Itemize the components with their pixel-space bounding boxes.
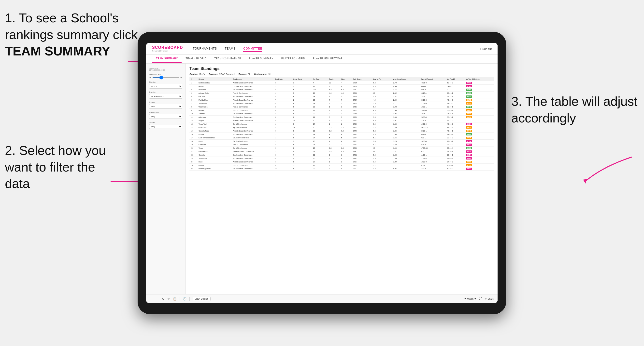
annotation-2: 2. Select how you want to filter the dat… xyxy=(5,142,123,192)
view-original-btn[interactable]: View: Original xyxy=(193,297,210,301)
table-row: 13 Texas Tech Big 12 Conference 1 9 27 2… xyxy=(190,123,494,126)
col-overall: Overall Record xyxy=(420,77,446,81)
toolbar-separator xyxy=(180,297,180,301)
table-row: 9 Arizona Pac-12 Conference 3 8 22 2 2 2… xyxy=(190,109,494,112)
division-label: Division xyxy=(149,91,182,93)
sub-nav-team-h2h-heatmap[interactable]: TEAM H2H HEATMAP xyxy=(210,55,245,63)
filter-division: Division: NCAA Division I xyxy=(208,73,235,75)
table-row: 25 Oregon Pac-12 Conference 9 7 21 0 0 2… xyxy=(190,164,494,167)
logo-area: SCOREBOARD Powered by clippi xyxy=(152,45,183,52)
toolbar-copy-icon[interactable]: 📋 xyxy=(173,297,177,301)
col-wins: Wins xyxy=(340,77,352,81)
sign-out-link[interactable]: | Sign out xyxy=(480,47,492,50)
gender-select[interactable]: Men's xyxy=(149,84,182,89)
col-school: School xyxy=(197,77,232,81)
table-row: 19 California Pac-12 Conference 4 8 24 2… xyxy=(190,143,494,147)
annotation-3-text: The table will adjust accordingly xyxy=(511,94,638,125)
col-reg-rank: Reg Rank xyxy=(274,77,292,81)
table-row: 12 Virginia Atlantic Coast Conference 8 … xyxy=(190,119,494,123)
col-vs25: Vs Top 25 xyxy=(446,77,464,81)
table-row: 18 Illinois Big Ten Conference 1 9 23 4 … xyxy=(190,140,494,143)
nav-tab-tournaments[interactable]: TOURNAMENTS xyxy=(193,46,217,52)
main-content: Update time: 27/03/2024 16:56:26 Minimum… xyxy=(146,64,498,294)
col-rank: # xyxy=(190,77,197,81)
toolbar-bookmark-icon[interactable]: ☆ xyxy=(167,297,170,301)
filter-gender: Gender: Men's xyxy=(190,73,205,75)
table-row: 4 Arizona State Pac-12 Conference 1 9 26… xyxy=(190,92,494,95)
nav-tab-teams[interactable]: TEAMS xyxy=(225,46,236,52)
filter-region: Region: All xyxy=(238,73,250,75)
table-row: 21 New Mexico Mountain West Conference 1… xyxy=(190,150,494,153)
region-label: Region xyxy=(149,101,182,103)
conference-select[interactable]: (All) xyxy=(149,114,182,119)
update-time: Update time: 27/03/2024 16:56:26 xyxy=(149,67,182,71)
region-select[interactable]: N/A xyxy=(149,104,182,109)
filter-conference: Conference: All xyxy=(254,73,270,75)
col-rnds: Rnds xyxy=(328,77,340,81)
sub-nav-team-h2h-grid[interactable]: TEAM H2H GRID xyxy=(182,55,210,63)
table-row: 14 Oklahoma Big 12 Conference 2 24 2 5.2… xyxy=(190,126,494,129)
table-row: 1 North Carolina Atlantic Coast Conferen… xyxy=(190,81,494,85)
table-row: 5 Ole Miss Southeastern Conference 3 6 1… xyxy=(190,95,494,98)
table-row: 8 Washington Pac-12 Conference 2 8 23 1 … xyxy=(190,105,494,109)
table-row: 10 Alabama Southeastern Conference 5 8 2… xyxy=(190,112,494,116)
toolbar-forward-icon[interactable]: → xyxy=(156,297,159,301)
toolbar-refresh-icon[interactable]: ↻ xyxy=(162,297,164,301)
table-row: 15 Georgia Tech Atlantic Coast Conferenc… xyxy=(190,129,494,133)
table-row: 2 Auburn Southeastern Conference 1 9 27 … xyxy=(190,85,494,88)
sub-nav-player-h2h-heatmap[interactable]: PLAYER H2H HEATMAP xyxy=(309,55,346,63)
school-label: School xyxy=(149,121,182,123)
nav-tabs: TOURNAMENTS TEAMS COMMITTEE xyxy=(193,46,480,52)
annotation-2-text: Select how you want to filter the data xyxy=(5,143,106,191)
logo-text: SCOREBOARD xyxy=(152,45,183,50)
col-no-tour: No Tour xyxy=(312,77,328,81)
table-row: 23 Texas A&M Southeastern Conference 4 9… xyxy=(190,157,494,160)
sub-nav-player-h2h-grid[interactable]: PLAYER H2H GRID xyxy=(278,55,309,63)
bottom-toolbar: ← → ↻ ☆ 📋 🕐 View: Original 👁 Watch ▼ ⛶ ⇧… xyxy=(146,294,498,303)
division-select[interactable]: NCAA Division I xyxy=(149,94,182,99)
annotation-3: 3. The table will adjust accordingly xyxy=(511,93,639,126)
table-title: Team Standings xyxy=(190,66,494,71)
annotation-2-number: 2. xyxy=(5,143,16,158)
toolbar-separator-2 xyxy=(190,297,190,301)
table-row: 17 East Tennessee State Southern Confere… xyxy=(190,136,494,140)
tablet-screen: SCOREBOARD Powered by clippi TOURNAMENTS… xyxy=(146,43,498,303)
min-rou-range: 30 30 xyxy=(149,76,182,79)
table-row: 26 Mississippi State Southeastern Confer… xyxy=(190,167,494,171)
table-row: 11 Arkansas Southeastern Conference 8 8 … xyxy=(190,116,494,119)
annotation-3-number: 3. xyxy=(511,94,522,108)
app-header: SCOREBOARD Powered by clippi TOURNAMENTS… xyxy=(146,43,498,55)
share-btn[interactable]: ⇧ Share xyxy=(485,298,494,300)
annotation-1-number: 1. xyxy=(5,11,16,25)
toolbar-back-icon[interactable]: ← xyxy=(150,297,153,301)
toolbar-expand-icon[interactable]: ⛶ xyxy=(479,297,482,301)
gender-label: Gender xyxy=(149,81,182,83)
table-row: 6 Florida State Atlantic Coast Conferenc… xyxy=(190,98,494,102)
watch-btn[interactable]: 👁 Watch ▼ xyxy=(464,298,476,300)
table-row: 7 Tennessee Southeastern Conference 4 8 … xyxy=(190,102,494,105)
logo-sub: Powered by clippi xyxy=(152,50,183,52)
sub-nav-team-summary[interactable]: TEAM SUMMARY xyxy=(152,55,182,63)
nav-tab-committee[interactable]: COMMITTEE xyxy=(243,46,262,52)
toolbar-clock-icon[interactable]: 🕐 xyxy=(183,297,186,301)
min-rou-slider[interactable] xyxy=(152,77,179,78)
table-row: 22 Georgia Southeastern Conference 8 7 2… xyxy=(190,153,494,157)
table-area: Team Standings Gender: Men's Division: N… xyxy=(186,64,498,294)
col-adj-score: Adj. Score xyxy=(352,77,372,81)
school-select[interactable]: (All) xyxy=(149,124,182,129)
col-conf-rank: Conf Rank xyxy=(292,77,312,81)
conference-label: Conference xyxy=(149,111,182,113)
tablet: SCOREBOARD Powered by clippi TOURNAMENTS… xyxy=(138,32,506,314)
col-conference: Conference xyxy=(232,77,274,81)
table-row: 20 Texas Big 12 Conference 2 8 23 0.8 0.… xyxy=(190,147,494,150)
sidebar-filters: Update time: 27/03/2024 16:56:26 Minimum… xyxy=(146,64,186,294)
col-points: Vs Top 50 Points xyxy=(465,77,494,81)
table-row: 16 Florida Southeastern Conference 7 9 2… xyxy=(190,133,494,136)
col-avg-par: Avg. to Par xyxy=(372,77,392,81)
annotation-1-bold: TEAM SUMMARY xyxy=(5,44,110,58)
annotation-1: 1. To see a School's rankings summary cl… xyxy=(5,10,140,60)
sub-nav-player-summary[interactable]: PLAYER SUMMARY xyxy=(245,55,277,63)
svg-marker-2 xyxy=(583,179,587,183)
standings-table: # School Conference Reg Rank Conf Rank N… xyxy=(190,77,494,171)
sub-nav: TEAM SUMMARY TEAM H2H GRID TEAM H2H HEAT… xyxy=(146,55,498,64)
